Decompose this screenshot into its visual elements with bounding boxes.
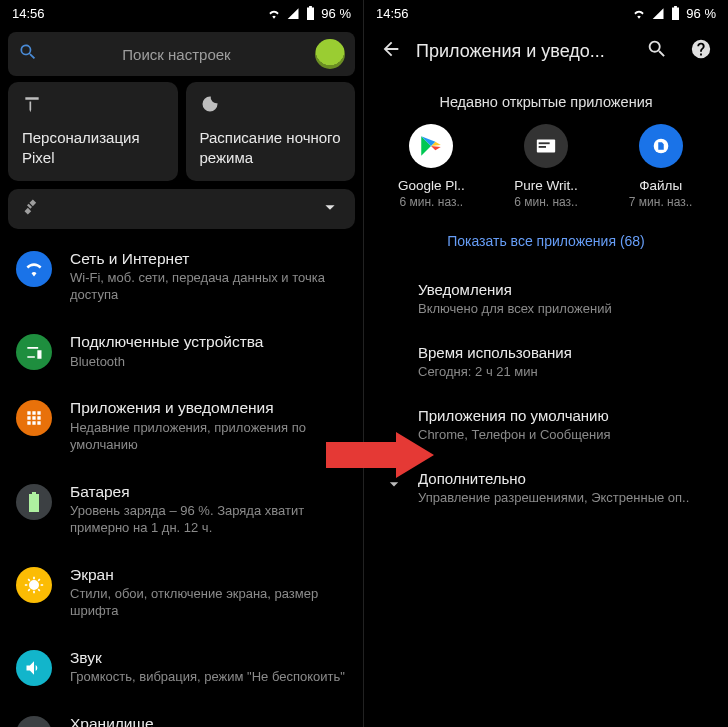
item-sub: Bluetooth xyxy=(70,354,347,371)
item-display[interactable]: ЭкранСтили, обои, отключение экрана, раз… xyxy=(0,551,363,634)
item-storage[interactable]: Хранилище xyxy=(0,700,363,727)
files-icon xyxy=(639,124,683,168)
status-bar: 14:56 96 % xyxy=(0,0,363,26)
row-screen-time[interactable]: Время использования Сегодня: 2 ч 21 мин xyxy=(364,330,728,393)
item-sub: Стили, обои, отключение экрана, размер ш… xyxy=(70,586,347,620)
status-icons: 96 % xyxy=(632,6,716,21)
search-icon xyxy=(18,42,38,66)
display-icon xyxy=(16,567,52,603)
tile-night-schedule[interactable]: Расписание ночного режима xyxy=(186,82,356,181)
item-sub: Недавние приложения, приложения по умолч… xyxy=(70,420,347,454)
item-sub: Wi-Fi, моб. сети, передача данных и точк… xyxy=(70,270,347,304)
pure-writer-icon xyxy=(524,124,568,168)
svg-rect-2 xyxy=(539,146,546,148)
back-button[interactable] xyxy=(372,30,410,72)
devices-icon xyxy=(16,334,52,370)
settings-main-screen: 14:56 96 % Поиск настроек Персонализация… xyxy=(0,0,364,727)
item-network[interactable]: Сеть и ИнтернетWi-Fi, моб. сети, передач… xyxy=(0,235,363,318)
sound-icon xyxy=(16,650,52,686)
battery-icon xyxy=(668,6,682,20)
item-battery[interactable]: БатареяУровень заряда – 96 %. Заряда хва… xyxy=(0,468,363,551)
svg-rect-1 xyxy=(539,142,550,144)
signal-icon xyxy=(285,6,299,20)
recent-apps: Google Pl.. 6 мин. наз.. Pure Writ.. 6 м… xyxy=(364,124,728,209)
item-sub: Громкость, вибрация, режим "Не беспокоит… xyxy=(70,669,347,686)
row-notifications[interactable]: Уведомления Включено для всех приложений xyxy=(364,267,728,330)
item-title: Сеть и Интернет xyxy=(70,249,347,268)
app-bar: Приложения и уведо... xyxy=(364,26,728,76)
row-sub: Chrome, Телефон и Сообщения xyxy=(418,427,708,442)
apps-icon xyxy=(16,400,52,436)
battery-icon xyxy=(303,6,317,20)
recent-app-google-play[interactable]: Google Pl.. 6 мин. наз.. xyxy=(381,124,481,209)
battery-percent: 96 % xyxy=(686,6,716,21)
row-title: Уведомления xyxy=(418,281,708,298)
app-time: 7 мин. наз.. xyxy=(611,195,711,209)
chevron-down-icon xyxy=(384,474,404,498)
app-name: Pure Writ.. xyxy=(496,178,596,193)
apps-notifications-screen: 14:56 96 % Приложения и уведо... Недавно… xyxy=(364,0,728,727)
tile-label: Расписание ночного режима xyxy=(200,128,342,167)
chevron-down-icon xyxy=(319,196,341,222)
settings-list: Сеть и ИнтернетWi-Fi, моб. сети, передач… xyxy=(0,235,363,727)
moon-icon xyxy=(200,94,342,118)
wifi-icon xyxy=(16,251,52,287)
app-name: Файлы xyxy=(611,178,711,193)
page-title: Приложения и уведо... xyxy=(416,41,632,62)
item-connected-devices[interactable]: Подключенные устройстваBluetooth xyxy=(0,318,363,384)
row-advanced[interactable]: Дополнительно Управление разрешениями, Э… xyxy=(364,456,728,519)
row-title: Время использования xyxy=(418,344,708,361)
section-title: Недавно открытые приложения xyxy=(364,94,728,110)
item-sub: Уровень заряда – 96 %. Заряда хватит при… xyxy=(70,503,347,537)
item-apps-notifications[interactable]: Приложения и уведомленияНедавние приложе… xyxy=(0,384,363,467)
google-play-icon xyxy=(409,124,453,168)
avatar[interactable] xyxy=(315,39,345,69)
brush-icon xyxy=(22,94,164,118)
row-title: Приложения по умолчанию xyxy=(418,407,708,424)
status-icons: 96 % xyxy=(267,6,351,21)
quick-toggle-row[interactable] xyxy=(8,189,355,229)
item-title: Звук xyxy=(70,648,347,667)
app-name: Google Pl.. xyxy=(381,178,481,193)
wifi-icon xyxy=(267,6,281,20)
search-bar[interactable]: Поиск настроек xyxy=(8,32,355,76)
recent-app-files[interactable]: Файлы 7 мин. наз.. xyxy=(611,124,711,209)
search-button[interactable] xyxy=(638,30,676,72)
battery-percent: 96 % xyxy=(321,6,351,21)
item-title: Батарея xyxy=(70,482,347,501)
row-sub: Сегодня: 2 ч 21 мин xyxy=(418,364,708,379)
app-time: 6 мин. наз.. xyxy=(496,195,596,209)
tile-pixel-personalization[interactable]: Персонализация Pixel xyxy=(8,82,178,181)
tile-label: Персонализация Pixel xyxy=(22,128,164,167)
battery-icon xyxy=(16,484,52,520)
status-time: 14:56 xyxy=(12,6,45,21)
item-title: Подключенные устройства xyxy=(70,332,347,351)
status-time: 14:56 xyxy=(376,6,409,21)
wifi-icon xyxy=(632,6,646,20)
search-placeholder: Поиск настроек xyxy=(48,46,305,63)
row-sub: Включено для всех приложений xyxy=(418,301,708,316)
item-sound[interactable]: ЗвукГромкость, вибрация, режим "Не беспо… xyxy=(0,634,363,700)
storage-icon xyxy=(16,716,52,727)
item-title: Хранилище xyxy=(70,714,347,727)
status-bar: 14:56 96 % xyxy=(364,0,728,26)
recent-app-pure-writer[interactable]: Pure Writ.. 6 мин. наз.. xyxy=(496,124,596,209)
item-title: Приложения и уведомления xyxy=(70,398,347,417)
show-all-apps-link[interactable]: Показать все приложения (68) xyxy=(364,233,728,249)
item-title: Экран xyxy=(70,565,347,584)
signal-icon xyxy=(650,6,664,20)
row-default-apps[interactable]: Приложения по умолчанию Chrome, Телефон … xyxy=(364,393,728,456)
satellite-icon xyxy=(22,197,42,221)
help-button[interactable] xyxy=(682,30,720,72)
row-sub: Управление разрешениями, Экстренные оп.. xyxy=(418,490,708,505)
app-time: 6 мин. наз.. xyxy=(381,195,481,209)
row-title: Дополнительно xyxy=(418,470,708,487)
